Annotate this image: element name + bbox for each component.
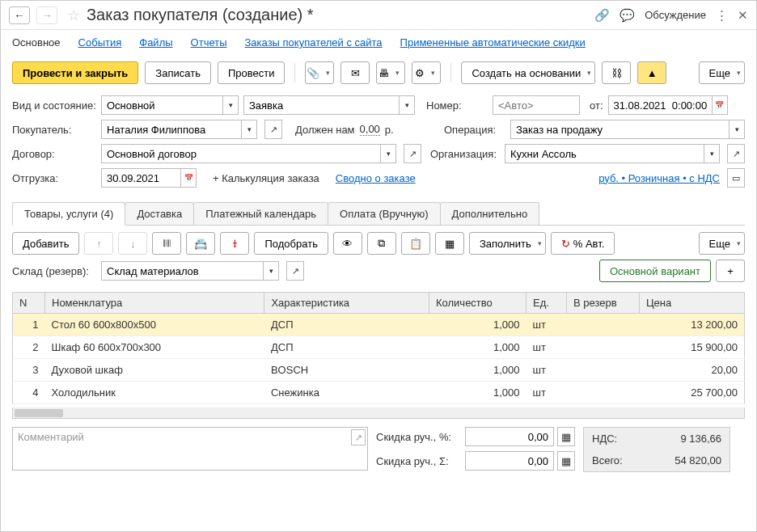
discuss-label[interactable]: Обсуждение: [645, 9, 706, 21]
paste-button[interactable]: 📋: [401, 232, 430, 255]
move-up-button[interactable]: ↑: [84, 232, 113, 255]
refresh-auto-pct-button[interactable]: ↻ % Авт.: [551, 232, 615, 255]
discuss-icon[interactable]: 💬: [620, 8, 635, 23]
nav-forward-button[interactable]: →: [36, 6, 57, 24]
summary-link[interactable]: Сводно о заказе: [336, 172, 416, 184]
col-price[interactable]: Цена: [640, 293, 745, 314]
table-settings-button[interactable]: ▦: [435, 232, 464, 255]
calc-link-label[interactable]: + Калькуляция заказа: [213, 172, 319, 184]
date-input[interactable]: [608, 95, 712, 115]
vat-label: НДС:: [592, 433, 617, 445]
post-and-close-button[interactable]: Провести и закрыть: [12, 61, 138, 84]
arrow-up-icon: ↑: [96, 238, 102, 250]
nav-auto-discounts[interactable]: Примененные автоматические скидки: [400, 36, 586, 49]
kebab-menu-icon[interactable]: ⋮: [716, 8, 728, 23]
save-button[interactable]: Записать: [145, 61, 211, 84]
org-input[interactable]: [505, 144, 704, 163]
comment-expand-button[interactable]: ↗: [351, 429, 366, 445]
col-unit[interactable]: Ед.: [527, 293, 567, 314]
nav-back-button[interactable]: ←: [9, 6, 30, 24]
favorite-star-icon[interactable]: ☆: [67, 6, 80, 24]
table-hscroll[interactable]: [12, 407, 745, 419]
buyer-input[interactable]: [101, 120, 241, 139]
col-char[interactable]: Характеристика: [264, 293, 429, 314]
col-qty[interactable]: Количество: [429, 293, 527, 314]
highlight-button[interactable]: ▲: [637, 61, 666, 84]
import-button[interactable]: ⤈: [220, 232, 249, 255]
pick-button[interactable]: Подобрать: [254, 232, 328, 255]
org-dropdown[interactable]: ▾: [704, 144, 720, 163]
view-button[interactable]: 👁: [333, 232, 362, 255]
operation-dropdown[interactable]: ▾: [729, 120, 745, 139]
barcode-button[interactable]: ⦀⦀: [152, 232, 181, 255]
add-variant-button[interactable]: +: [716, 260, 745, 282]
discount-sum-label: Скидка руч., Σ:: [376, 455, 462, 467]
contract-open-button[interactable]: ↗: [404, 144, 421, 163]
col-reserve[interactable]: В резерв: [567, 293, 640, 314]
copy-button[interactable]: ⧉: [367, 232, 396, 255]
currency-price-link[interactable]: руб. • Розничная • с НДС: [598, 172, 720, 184]
col-n[interactable]: N: [13, 293, 45, 314]
warehouse-input[interactable]: [101, 261, 263, 281]
main-variant-button[interactable]: Основной вариант: [599, 260, 711, 282]
post-button[interactable]: Провести: [218, 61, 285, 84]
tab-pay-calendar[interactable]: Платежный календарь: [193, 202, 328, 225]
nav-events[interactable]: События: [78, 36, 122, 49]
attach-button[interactable]: 📎: [305, 61, 334, 84]
comment-textarea[interactable]: Комментарий ↗: [12, 427, 368, 471]
warehouse-dropdown[interactable]: ▾: [263, 261, 279, 281]
buyer-dropdown[interactable]: ▾: [241, 120, 257, 139]
structure-button[interactable]: ⛓: [602, 61, 631, 84]
table-row[interactable]: 1Стол 60 600х800х500ДСП1,000шт13 200,00: [13, 314, 745, 336]
col-item[interactable]: Номенклатура: [45, 293, 264, 314]
settings-button[interactable]: ⚙: [412, 61, 441, 84]
nav-reports[interactable]: Отчеты: [191, 36, 227, 49]
tab-delivery[interactable]: Доставка: [125, 202, 194, 225]
tab-extra[interactable]: Дополнительно: [440, 202, 540, 225]
tab-goods[interactable]: Товары, услуги (4): [12, 202, 125, 226]
refresh-icon: ↻: [561, 238, 570, 250]
copy-icon: ⧉: [378, 237, 385, 250]
number-input[interactable]: [493, 95, 580, 115]
scan-button[interactable]: 📇: [186, 232, 215, 255]
contract-input[interactable]: [101, 144, 380, 163]
fill-button[interactable]: Заполнить: [469, 232, 546, 255]
import-icon: ⤈: [230, 238, 239, 250]
operation-input[interactable]: [510, 120, 729, 139]
add-row-button[interactable]: Добавить: [12, 232, 79, 255]
warehouse-open-button[interactable]: ↗: [286, 261, 304, 281]
shipment-calendar-button[interactable]: 📅: [180, 168, 197, 188]
buyer-open-button[interactable]: ↗: [264, 120, 282, 139]
table-row[interactable]: 3Духовой шкафBOSCH1,000шт20,00: [13, 359, 745, 382]
type-dropdown[interactable]: ▾: [222, 95, 239, 115]
table-row[interactable]: 2Шкаф 60 600х700х300ДСП1,000шт15 900,00: [13, 336, 745, 359]
create-based-button[interactable]: Создать на основании: [461, 61, 595, 84]
debt-value[interactable]: 0,00: [360, 123, 380, 136]
tab-payment[interactable]: Оплата (Вручную): [328, 202, 440, 225]
close-icon[interactable]: ✕: [738, 8, 748, 23]
discount-sum-calc-button[interactable]: ▦: [557, 451, 575, 471]
type-input[interactable]: [101, 95, 222, 115]
nav-site-orders[interactable]: Заказы покупателей с сайта: [245, 36, 383, 49]
nav-files[interactable]: Файлы: [139, 36, 172, 49]
more-button[interactable]: Еще: [699, 61, 745, 84]
shipment-date-input[interactable]: [101, 168, 180, 188]
email-button[interactable]: ✉: [340, 61, 370, 84]
nav-main[interactable]: Основное: [12, 36, 61, 49]
print-button[interactable]: 🖶: [376, 61, 405, 84]
link-icon[interactable]: 🔗: [594, 8, 610, 23]
org-open-button[interactable]: ↗: [727, 144, 745, 163]
move-down-button[interactable]: ↓: [118, 232, 147, 255]
state-dropdown[interactable]: ▾: [399, 95, 415, 115]
barcode-icon: ⦀⦀: [163, 237, 171, 250]
discount-sum-input[interactable]: [465, 451, 554, 471]
state-input[interactable]: [243, 95, 399, 115]
date-calendar-button[interactable]: 📅: [712, 95, 728, 115]
subtoolbar-more-button[interactable]: Еще: [699, 232, 745, 255]
contract-dropdown[interactable]: ▾: [380, 144, 396, 163]
discount-pct-calc-button[interactable]: ▦: [557, 427, 575, 446]
currency-settings-button[interactable]: ▭: [727, 168, 745, 188]
goods-table[interactable]: N Номенклатура Характеристика Количество…: [12, 292, 745, 404]
table-row[interactable]: 4ХолодильникСнежинка1,000шт25 700,00: [13, 382, 745, 404]
discount-pct-input[interactable]: [465, 427, 554, 446]
